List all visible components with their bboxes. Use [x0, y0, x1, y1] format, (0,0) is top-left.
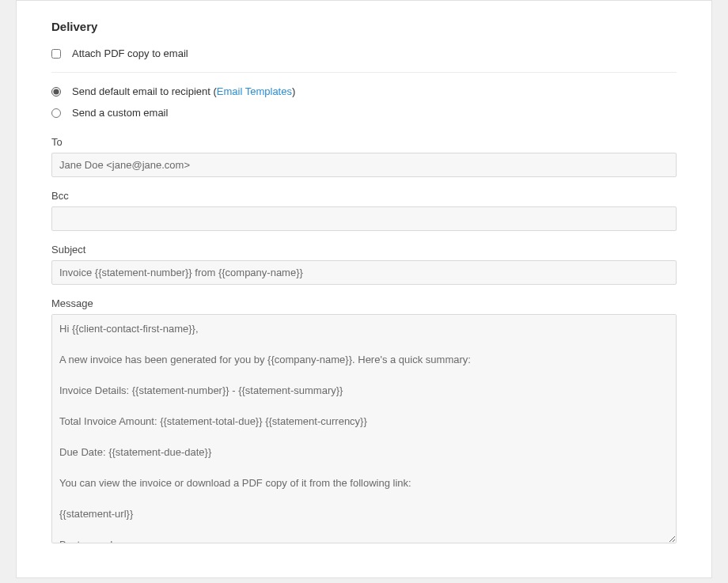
message-label: Message — [51, 297, 677, 309]
email-templates-link[interactable]: Email Templates — [217, 85, 292, 97]
to-input[interactable] — [51, 153, 677, 177]
delivery-panel: Delivery Attach PDF copy to email Send d… — [16, 0, 712, 578]
custom-email-radio[interactable] — [51, 108, 61, 118]
section-title: Delivery — [51, 1, 677, 43]
to-label: To — [51, 136, 677, 148]
custom-email-label: Send a custom email — [72, 107, 168, 119]
default-email-radio[interactable] — [51, 87, 61, 97]
attach-pdf-label: Attach PDF copy to email — [72, 47, 188, 59]
bcc-input[interactable] — [51, 206, 677, 231]
attach-pdf-checkbox[interactable] — [51, 49, 61, 59]
subject-input[interactable] — [51, 260, 677, 285]
divider — [51, 72, 677, 73]
bcc-label: Bcc — [51, 190, 677, 202]
default-email-label: Send default email to recipient (Email T… — [72, 85, 295, 97]
custom-email-row: Send a custom email — [51, 102, 677, 123]
message-textarea[interactable] — [51, 314, 677, 543]
default-email-label-post: ) — [292, 85, 295, 97]
default-email-label-pre: Send default email to recipient ( — [72, 85, 217, 97]
subject-label: Subject — [51, 244, 677, 256]
attach-pdf-row: Attach PDF copy to email — [51, 43, 677, 64]
default-email-row: Send default email to recipient (Email T… — [51, 81, 677, 102]
